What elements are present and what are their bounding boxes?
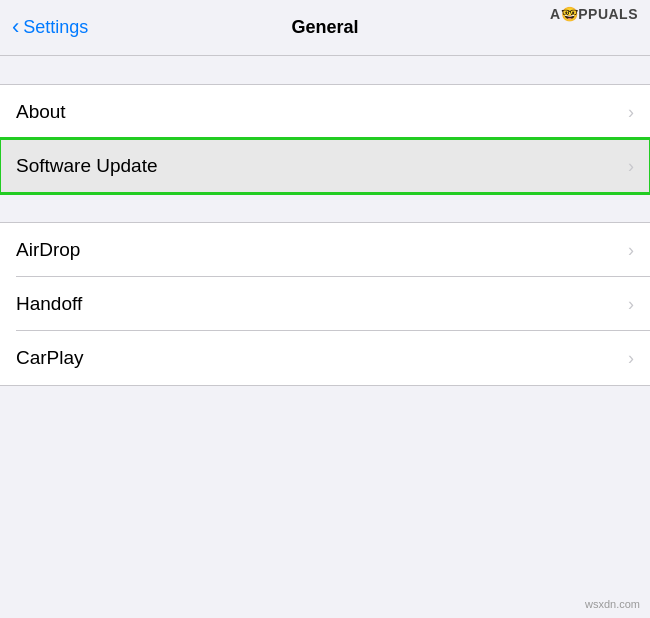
section-gap-middle (0, 194, 650, 222)
navigation-bar: ‹ Settings General A🤓PPUALS (0, 0, 650, 56)
list-group-1: About › Software Update › (0, 84, 650, 194)
ios-settings-screen: ‹ Settings General A🤓PPUALS About › Soft… (0, 0, 650, 618)
page-title: General (291, 17, 358, 38)
appuals-logo-text: A🤓PPUALS (550, 6, 638, 22)
settings-content: About › Software Update › AirDrop › Hand… (0, 56, 650, 618)
handoff-chevron-icon: › (628, 294, 634, 315)
settings-item-software-update[interactable]: Software Update › (0, 139, 650, 193)
handoff-label: Handoff (16, 293, 82, 315)
carplay-chevron-icon: › (628, 348, 634, 369)
back-label: Settings (23, 17, 88, 38)
carplay-label: CarPlay (16, 347, 84, 369)
back-chevron-icon: ‹ (12, 16, 19, 38)
software-update-chevron-icon: › (628, 156, 634, 177)
settings-item-handoff[interactable]: Handoff › (0, 277, 650, 331)
about-label: About (16, 101, 66, 123)
section-gap-top (0, 56, 650, 84)
appuals-logo: A🤓PPUALS (550, 6, 638, 22)
airdrop-chevron-icon: › (628, 240, 634, 261)
about-chevron-icon: › (628, 102, 634, 123)
airdrop-label: AirDrop (16, 239, 80, 261)
settings-item-carplay[interactable]: CarPlay › (0, 331, 650, 385)
list-group-2: AirDrop › Handoff › CarPlay › (0, 222, 650, 386)
settings-item-airdrop[interactable]: AirDrop › (0, 223, 650, 277)
software-update-label: Software Update (16, 155, 158, 177)
settings-item-about[interactable]: About › (0, 85, 650, 139)
watermark: wsxdn.com (585, 598, 640, 610)
back-button[interactable]: ‹ Settings (12, 17, 88, 38)
